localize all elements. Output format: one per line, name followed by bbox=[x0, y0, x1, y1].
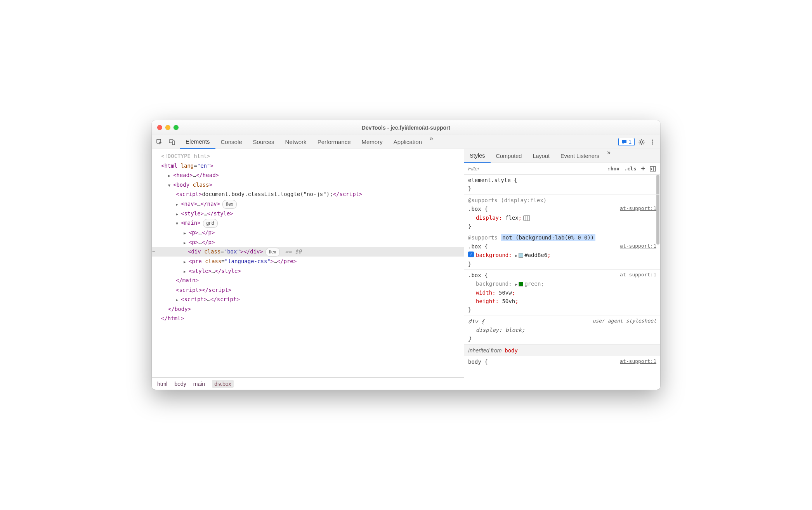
rule-body[interactable]: at-support:1 body { bbox=[464, 356, 660, 367]
dom-p2[interactable]: ▶<p>…</p> bbox=[152, 238, 464, 247]
arrow-right-icon[interactable]: ▶ bbox=[184, 268, 188, 275]
dom-div-box[interactable]: <div class="box"></div>flex== $0 bbox=[152, 247, 464, 257]
flex-badge[interactable]: flex bbox=[222, 200, 237, 209]
dom-empty-script[interactable]: <script></script> bbox=[152, 285, 464, 295]
svg-point-4 bbox=[652, 139, 653, 141]
dom-style1[interactable]: ▶<style>…</style> bbox=[152, 209, 464, 219]
rule-div-ua[interactable]: user agent stylesheet div { display: blo… bbox=[464, 316, 660, 345]
tab-sources[interactable]: Sources bbox=[248, 135, 280, 149]
elements-panel: <!DOCTYPE html> <html lang="en"> ▶<head>… bbox=[152, 149, 464, 390]
settings-icon[interactable] bbox=[638, 138, 645, 146]
color-swatch[interactable] bbox=[519, 253, 523, 258]
main-content: <!DOCTYPE html> <html lang="en"> ▶<head>… bbox=[152, 149, 660, 390]
expand-icon[interactable]: ▶ bbox=[515, 253, 517, 259]
arrow-right-icon[interactable]: ▶ bbox=[176, 297, 180, 304]
tab-application[interactable]: Application bbox=[388, 135, 427, 149]
dom-pre[interactable]: ▶<pre class="language-css">…</pre> bbox=[152, 257, 464, 266]
tab-console[interactable]: Console bbox=[215, 135, 248, 149]
breadcrumbs: html body main div.box bbox=[152, 377, 464, 390]
dom-style2[interactable]: ▶<style>…</style> bbox=[152, 266, 464, 276]
prop-height[interactable]: height: 50vh; bbox=[468, 297, 656, 305]
hov-button[interactable]: :hov bbox=[606, 165, 621, 172]
prop-background-lightblue[interactable]: ✓background: ▶#add8e6; bbox=[468, 251, 656, 259]
more-styles-tabs-icon[interactable]: » bbox=[605, 149, 613, 163]
computed-toggle-icon[interactable] bbox=[648, 165, 658, 172]
source-link[interactable]: at-support:1 bbox=[620, 242, 656, 250]
arrow-right-icon[interactable]: ▶ bbox=[176, 201, 180, 208]
dom-p1[interactable]: ▶<p>…</p> bbox=[152, 228, 464, 238]
chat-icon bbox=[621, 139, 627, 145]
arrow-right-icon[interactable]: ▶ bbox=[168, 172, 172, 179]
arrow-right-icon[interactable]: ▶ bbox=[176, 211, 180, 218]
grid-badge[interactable]: grid bbox=[203, 219, 218, 228]
titlebar: DevTools - jec.fyi/demo/at-support bbox=[152, 120, 660, 135]
expand-icon[interactable]: ▶ bbox=[515, 281, 517, 288]
arrow-right-icon[interactable]: ▶ bbox=[184, 239, 188, 246]
crumb-main[interactable]: main bbox=[193, 381, 205, 387]
device-toggle-icon[interactable] bbox=[168, 138, 176, 146]
color-swatch[interactable] bbox=[519, 282, 523, 286]
main-toolbar: Elements Console Sources Network Perform… bbox=[152, 135, 660, 149]
source-link[interactable]: at-support:1 bbox=[620, 357, 656, 366]
arrow-right-icon[interactable]: ▶ bbox=[184, 258, 188, 265]
tab-styles[interactable]: Styles bbox=[464, 149, 491, 163]
svg-rect-2 bbox=[172, 141, 175, 145]
tab-memory[interactable]: Memory bbox=[356, 135, 388, 149]
dom-script2[interactable]: ▶<script>…</script> bbox=[152, 295, 464, 304]
console-ref: == $0 bbox=[285, 248, 302, 255]
dom-tree[interactable]: <!DOCTYPE html> <html lang="en"> ▶<head>… bbox=[152, 149, 464, 377]
prop-background-green[interactable]: background: ▶green; bbox=[468, 279, 656, 288]
tab-computed[interactable]: Computed bbox=[491, 149, 527, 163]
dom-script-nojs[interactable]: <script>document.body.classList.toggle("… bbox=[152, 189, 464, 199]
dom-nav[interactable]: ▶<nav>…</nav>flex bbox=[152, 199, 464, 209]
dom-html-open[interactable]: <html lang="en"> bbox=[152, 161, 464, 171]
rule-supports-flex[interactable]: @supports (display:flex) at-support:1 .b… bbox=[464, 195, 660, 232]
rule-element-style[interactable]: element.style { } bbox=[464, 175, 660, 195]
arrow-down-icon[interactable]: ▼ bbox=[176, 220, 180, 227]
checkbox-icon[interactable]: ✓ bbox=[468, 252, 474, 257]
tab-performance[interactable]: Performance bbox=[312, 135, 356, 149]
kebab-menu-icon[interactable] bbox=[649, 138, 656, 146]
filter-input[interactable] bbox=[464, 166, 603, 172]
close-icon[interactable] bbox=[157, 125, 162, 130]
inspect-element-icon[interactable] bbox=[156, 138, 163, 146]
window-title: DevTools - jec.fyi/demo/at-support bbox=[152, 125, 660, 131]
styles-rules[interactable]: element.style { } @supports (display:fle… bbox=[464, 175, 660, 390]
arrow-right-icon[interactable]: ▶ bbox=[184, 230, 188, 237]
rule-box[interactable]: at-support:1 .box { background: ▶green; … bbox=[464, 270, 660, 316]
supports-condition-highlight: not (background:lab(0% 0 0)) bbox=[501, 234, 595, 241]
prop-display[interactable]: display: flex; bbox=[468, 213, 656, 222]
source-link[interactable]: at-support:1 bbox=[620, 271, 656, 279]
minimize-icon[interactable] bbox=[165, 125, 170, 130]
crumb-divbox[interactable]: div.box bbox=[212, 380, 233, 388]
flex-editor-icon[interactable] bbox=[523, 215, 530, 221]
styles-tabs: Styles Computed Layout Event Listeners » bbox=[464, 149, 660, 163]
more-tabs-icon[interactable]: » bbox=[427, 135, 435, 149]
prop-display-block[interactable]: display: block; bbox=[468, 326, 656, 334]
tab-event-listeners[interactable]: Event Listeners bbox=[555, 149, 605, 163]
dom-body-open[interactable]: ▼<body class> bbox=[152, 180, 464, 190]
arrow-down-icon[interactable]: ▼ bbox=[168, 182, 172, 189]
tab-layout[interactable]: Layout bbox=[527, 149, 555, 163]
crumb-body[interactable]: body bbox=[174, 381, 186, 387]
dom-html-close[interactable]: </html> bbox=[152, 314, 464, 323]
flex-badge[interactable]: flex bbox=[265, 248, 280, 257]
tab-network[interactable]: Network bbox=[280, 135, 312, 149]
toolbar-right: 1 bbox=[614, 135, 660, 149]
tab-elements[interactable]: Elements bbox=[180, 135, 215, 149]
dom-main-close[interactable]: </main> bbox=[152, 276, 464, 285]
issues-badge[interactable]: 1 bbox=[618, 138, 635, 146]
dom-head[interactable]: ▶<head>…</head> bbox=[152, 170, 464, 180]
prop-width[interactable]: width: 50vw; bbox=[468, 288, 656, 297]
dom-doctype[interactable]: <!DOCTYPE html> bbox=[152, 151, 464, 161]
new-rule-icon[interactable]: + bbox=[639, 164, 647, 173]
dom-main-open[interactable]: ▼<main>grid bbox=[152, 218, 464, 228]
cls-button[interactable]: .cls bbox=[622, 165, 638, 172]
styles-panel: Styles Computed Layout Event Listeners »… bbox=[464, 149, 660, 390]
zoom-icon[interactable] bbox=[174, 125, 179, 130]
crumb-html[interactable]: html bbox=[157, 381, 167, 387]
dom-body-close[interactable]: </body> bbox=[152, 304, 464, 314]
rule-supports-not-lab[interactable]: @supports not (background:lab(0% 0 0)) a… bbox=[464, 232, 660, 270]
source-link[interactable]: at-support:1 bbox=[620, 205, 656, 213]
svg-point-6 bbox=[652, 143, 653, 144]
